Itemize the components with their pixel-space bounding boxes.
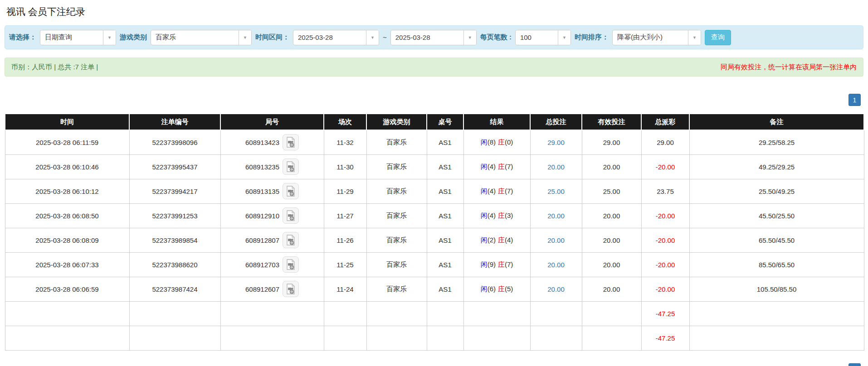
page-title: 视讯 会员下注纪录	[6, 5, 868, 18]
cell-game: 百家乐	[366, 203, 427, 228]
result-player-score: (4)	[488, 212, 496, 219]
cell-time: 2025-03-28 06:06:59	[5, 277, 129, 301]
col-header-round: 局号	[220, 114, 324, 130]
result-banker: 庄	[498, 236, 505, 244]
cell-total-bet: 20.00	[530, 154, 582, 179]
cell-payout: 23.75	[641, 179, 689, 203]
round-id: 608913235	[245, 163, 279, 171]
total-bet-link[interactable]: 20.00	[547, 163, 565, 171]
col-header-table: 桌号	[427, 114, 463, 130]
total-bet-link[interactable]: 29.00	[547, 139, 565, 146]
cell-valid-bet: 20.00	[582, 277, 641, 301]
video-replay-button[interactable]	[283, 134, 299, 150]
grand-total-valid-bet: 154.00	[582, 326, 641, 350]
chevron-down-icon: ▼	[366, 30, 379, 45]
cell-game: 百家乐	[366, 277, 427, 301]
page-1-button[interactable]: 1	[848, 363, 861, 366]
result-banker: 庄	[498, 260, 505, 268]
cell-time: 2025-03-28 06:10:12	[5, 179, 129, 203]
video-replay-button[interactable]	[283, 256, 299, 273]
result-banker-score: (7)	[505, 260, 513, 268]
cell-bet-id: 522373988620	[129, 252, 220, 277]
cell-empty	[689, 326, 864, 350]
cell-valid-bet: 20.00	[582, 154, 641, 179]
cell-valid-bet: 25.00	[582, 179, 641, 203]
cell-result: 闲(8)庄(0)	[463, 130, 530, 154]
search-button[interactable]: 查询	[705, 30, 731, 45]
result-player-score: (8)	[488, 138, 496, 146]
col-header-remark: 备注	[689, 114, 864, 130]
cell-result: 闲(4)庄(7)	[463, 154, 530, 179]
film-document-icon	[286, 210, 296, 221]
cell-empty	[324, 326, 366, 350]
video-replay-button[interactable]	[283, 232, 299, 248]
video-replay-button[interactable]	[283, 183, 299, 199]
col-header-bet-id: 注单编号	[129, 114, 220, 130]
cell-table: AS1	[427, 179, 463, 203]
table-row: 2025-03-28 06:10:12 522373994217 6089131…	[5, 179, 864, 203]
total-bet-link[interactable]: 20.00	[547, 236, 565, 244]
cell-empty	[463, 326, 530, 350]
pagination-bottom: 1	[7, 363, 861, 366]
date-from-select[interactable]: 2025-03-28 ▼	[293, 30, 379, 45]
cell-bet-id: 522373987424	[129, 277, 220, 301]
date-to-select[interactable]: 2025-03-28 ▼	[390, 30, 477, 45]
video-replay-button[interactable]	[283, 281, 299, 297]
sort-order-value: 降幂(由大到小)	[613, 30, 688, 45]
video-replay-button[interactable]	[283, 159, 299, 175]
video-replay-button[interactable]	[283, 207, 299, 224]
total-bet-link[interactable]: 20.00	[547, 212, 565, 220]
film-document-icon	[286, 186, 296, 197]
total-bet-link[interactable]: 20.00	[547, 285, 565, 293]
page-size-select[interactable]: 100 ▼	[515, 30, 571, 45]
game-category-select[interactable]: 百家乐 ▼	[151, 30, 252, 45]
pagination-top: 1	[7, 94, 861, 106]
chevron-down-icon: ▼	[688, 30, 701, 45]
cell-table: AS1	[427, 277, 463, 301]
round-id: 608912910	[245, 212, 279, 220]
total-bet-link[interactable]: 25.00	[547, 188, 565, 195]
time-range-label: 时间区间：	[255, 33, 289, 42]
cell-session: 11-26	[324, 228, 366, 252]
sort-order-label: 时间排序：	[575, 33, 609, 42]
result-banker: 庄	[498, 285, 505, 293]
date-range-separator: ~	[383, 34, 387, 41]
cell-session: 11-24	[324, 277, 366, 301]
cell-bet-id: 522373998096	[129, 130, 220, 154]
page-1-button[interactable]: 1	[848, 94, 861, 106]
cell-payout: -20.00	[641, 154, 689, 179]
bets-table: 时间 注单编号 局号 场次 游戏类别 桌号 结果 总投注 有效投注 总派彩 备注…	[5, 113, 864, 351]
sort-order-select[interactable]: 降幂(由大到小) ▼	[612, 30, 701, 45]
summary-bar: 币别：人民币 | 总共 :7 注单 | 同局有效投注，统一计算在该局第一张注单内	[5, 58, 863, 77]
cell-round: 608912910	[220, 203, 324, 228]
result-banker: 庄	[498, 187, 505, 195]
result-banker-score: (3)	[505, 212, 513, 219]
cell-round: 608913235	[220, 154, 324, 179]
cell-total-bet: 20.00	[530, 228, 582, 252]
film-document-icon	[286, 259, 296, 270]
col-header-session: 场次	[324, 114, 366, 130]
result-player-score: (6)	[488, 285, 496, 293]
table-row: 2025-03-28 06:11:59 522373998096 6089134…	[5, 130, 864, 154]
chevron-down-icon: ▼	[463, 30, 476, 45]
grand-total-total-bet: 154.00	[530, 326, 582, 350]
cell-valid-bet: 20.00	[582, 203, 641, 228]
query-type-select[interactable]: 日期查询 ▼	[40, 30, 116, 45]
cell-empty	[324, 301, 366, 326]
cell-round: 608912807	[220, 228, 324, 252]
table-row: 2025-03-28 06:10:46 522373995437 6089132…	[5, 154, 864, 179]
cell-bet-id: 522373991253	[129, 203, 220, 228]
col-header-time: 时间	[5, 114, 129, 130]
col-header-valid-bet: 有效投注	[582, 114, 641, 130]
grand-total-label: 总计	[5, 326, 129, 350]
total-bet-link[interactable]: 20.00	[547, 261, 565, 269]
round-id: 608913135	[245, 188, 279, 195]
round-id: 608912703	[245, 261, 279, 269]
chevron-down-icon: ▼	[103, 30, 116, 45]
cell-payout: -20.00	[641, 277, 689, 301]
result-banker-score: (7)	[505, 163, 513, 170]
chevron-down-icon: ▼	[558, 30, 571, 45]
cell-remark: 25.50/49.25	[689, 179, 864, 203]
round-id: 608912607	[245, 285, 279, 293]
cell-game: 百家乐	[366, 252, 427, 277]
